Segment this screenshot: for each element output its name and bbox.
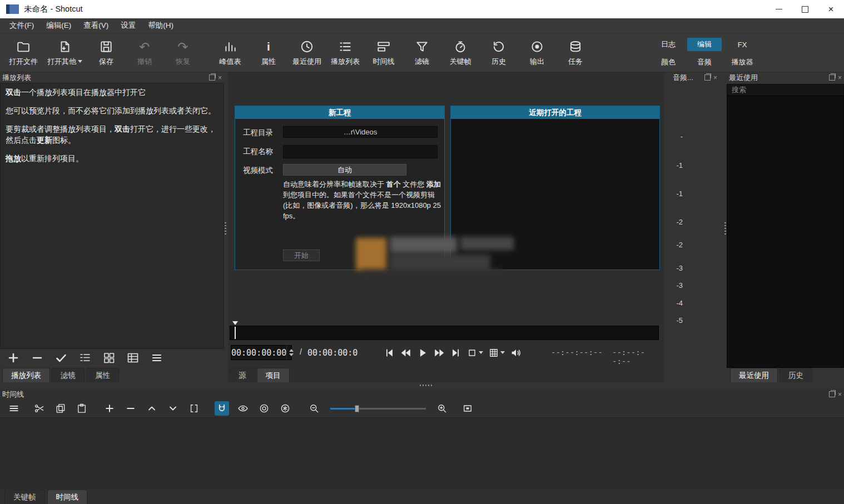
tab-filters[interactable]: 滤镜 xyxy=(52,368,85,382)
minimize-button[interactable] xyxy=(766,0,792,18)
timeline-splitter-handle[interactable] xyxy=(420,385,433,386)
float-panel-icon[interactable] xyxy=(829,74,835,81)
float-panel-icon[interactable] xyxy=(829,391,835,397)
start-button[interactable]: 开始 xyxy=(283,249,320,261)
ripple-all-tracks-button[interactable] xyxy=(278,401,292,416)
playlist-button[interactable]: 播放列表 xyxy=(327,35,363,71)
float-panel-icon[interactable] xyxy=(704,74,711,81)
time-spin-arrows[interactable] xyxy=(286,346,296,360)
paste-button[interactable] xyxy=(75,401,89,416)
close-button[interactable]: × xyxy=(818,0,844,18)
current-time-spinner[interactable]: 00:00:00:00 xyxy=(231,345,292,360)
menu-edit[interactable]: 编辑(E) xyxy=(40,19,77,32)
rewind-button[interactable] xyxy=(398,345,414,360)
playlist-menu-button[interactable] xyxy=(149,350,165,366)
save-button[interactable]: 保存 xyxy=(88,35,124,71)
layout-audio-button[interactable]: 音频 xyxy=(687,56,722,69)
panel-splitter-handle[interactable] xyxy=(724,222,726,234)
remove-item-button[interactable] xyxy=(29,350,45,366)
project-dir-field[interactable]: …r\Videos xyxy=(283,126,438,138)
copy-button[interactable] xyxy=(53,401,68,416)
list-view-button[interactable] xyxy=(77,350,93,366)
tab-properties[interactable]: 属性 xyxy=(86,368,119,382)
playhead-icon[interactable] xyxy=(232,321,238,325)
keyframes-button[interactable]: 关键帧 xyxy=(443,35,478,71)
zoom-fit-timeline-button[interactable] xyxy=(460,401,475,416)
spin-up-icon[interactable] xyxy=(289,349,294,352)
tab-playlist[interactable]: 播放列表 xyxy=(2,368,50,382)
menu-settings[interactable]: 设置 xyxy=(115,19,142,32)
video-mode-button[interactable]: 自动 xyxy=(283,164,406,176)
play-button[interactable] xyxy=(414,345,430,360)
undo-button[interactable]: ↶ 撤销 xyxy=(127,35,162,71)
float-panel-icon[interactable] xyxy=(209,74,215,81)
tab-source[interactable]: 源 xyxy=(230,368,255,382)
recent-files-list[interactable] xyxy=(727,96,844,368)
layout-fx-button[interactable]: FX xyxy=(724,38,761,51)
history-button[interactable]: 历史 xyxy=(481,35,517,71)
open-other-button[interactable]: 打开其他 xyxy=(44,35,86,71)
timeline-tracks-area[interactable] xyxy=(0,417,844,489)
tab-keyframes[interactable]: 关键帧 xyxy=(4,490,45,504)
zoom-in-button[interactable] xyxy=(435,401,449,416)
recent-button[interactable]: 最近使用 xyxy=(289,35,325,71)
export-button[interactable]: 输出 xyxy=(519,35,555,71)
menu-file[interactable]: 文件(F) xyxy=(3,19,40,32)
icon-view-button[interactable] xyxy=(101,350,117,366)
add-item-button[interactable] xyxy=(6,350,21,366)
filters-button[interactable]: 滤镜 xyxy=(404,35,440,71)
open-file-button[interactable]: 打开文件 xyxy=(6,35,41,71)
timeline-button[interactable]: 时间线 xyxy=(366,35,401,71)
split-button[interactable] xyxy=(187,401,201,416)
db-scale-label: -2 xyxy=(664,241,683,249)
snap-toggle-button[interactable] xyxy=(215,401,229,416)
layout-switcher: 日志 编辑 FX 颜色 音频 播放器 xyxy=(652,38,761,69)
zoom-fit-button[interactable] xyxy=(464,345,485,360)
panel-splitter-handle[interactable] xyxy=(225,222,226,234)
menu-view[interactable]: 查看(V) xyxy=(77,19,115,32)
update-item-button[interactable] xyxy=(53,350,69,366)
tab-recent[interactable]: 最近使用 xyxy=(730,368,778,382)
volume-button[interactable] xyxy=(508,345,524,360)
layout-editing-button[interactable]: 编辑 xyxy=(687,38,722,51)
close-panel-icon[interactable]: × xyxy=(838,75,842,81)
lift-button[interactable] xyxy=(145,401,159,416)
close-panel-icon[interactable]: × xyxy=(218,75,222,81)
menu-help[interactable]: 帮助(H) xyxy=(142,19,180,32)
tab-history[interactable]: 历史 xyxy=(780,368,812,382)
layout-logs-button[interactable]: 日志 xyxy=(652,38,685,51)
tab-project[interactable]: 项目 xyxy=(257,368,290,382)
skip-to-start-button[interactable] xyxy=(381,345,397,360)
append-button[interactable] xyxy=(102,401,117,416)
playlist-tip: 双击一个播放列表项目在播放器中打开它 xyxy=(6,87,219,98)
project-name-field[interactable] xyxy=(283,145,438,158)
maximize-button[interactable] xyxy=(792,0,818,18)
scrub-bar[interactable] xyxy=(230,326,659,340)
grid-button[interactable] xyxy=(486,345,507,360)
timeline-label: 时间线 xyxy=(373,57,395,67)
detail-view-button[interactable] xyxy=(125,350,141,366)
spin-down-icon[interactable] xyxy=(289,353,294,356)
layout-player-button[interactable]: 播放器 xyxy=(724,56,761,69)
search-input[interactable] xyxy=(727,84,844,96)
redo-button[interactable]: ↷ 恢复 xyxy=(165,35,201,71)
properties-button[interactable]: i 属性 xyxy=(251,35,286,71)
cut-button[interactable] xyxy=(32,401,47,416)
peak-meter-button[interactable]: 峰值表 xyxy=(212,35,248,71)
layout-color-button[interactable]: 颜色 xyxy=(652,56,685,69)
jobs-button[interactable]: 任务 xyxy=(558,35,593,71)
ripple-delete-button[interactable] xyxy=(123,401,138,416)
overwrite-button[interactable] xyxy=(166,401,180,416)
scrub-while-dragging-button[interactable] xyxy=(236,401,250,416)
tab-timeline[interactable]: 时间线 xyxy=(47,490,88,504)
zoom-out-button[interactable] xyxy=(307,401,321,416)
ripple-toggle-button[interactable] xyxy=(257,401,271,416)
zoom-slider-handle[interactable] xyxy=(355,405,359,412)
player-scrubber[interactable] xyxy=(230,321,659,341)
skip-to-end-button[interactable] xyxy=(448,345,464,360)
fast-forward-button[interactable] xyxy=(431,345,447,360)
zoom-slider[interactable] xyxy=(330,408,426,410)
close-panel-icon[interactable]: × xyxy=(838,392,842,397)
timeline-menu-button[interactable] xyxy=(7,401,21,416)
close-panel-icon[interactable]: × xyxy=(713,75,717,81)
